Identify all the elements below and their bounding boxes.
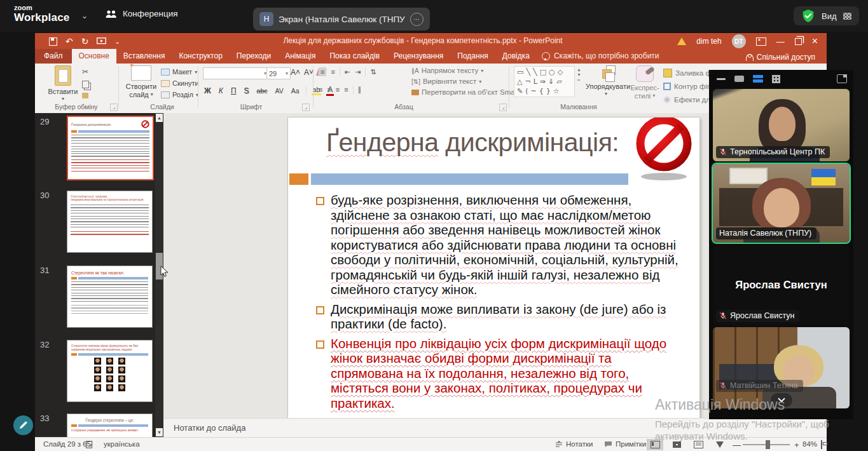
thumbnail-slide-29[interactable]: Ґендерна дискримінація: [67,116,154,180]
qat-customize-icon[interactable]: ⌄ [114,38,120,45]
language-indicator[interactable]: українська [104,440,140,448]
paragraph-dialog-launcher[interactable]: ⌟ [499,104,507,111]
clipboard-dialog-launcher[interactable]: ⌟ [110,104,118,111]
tab-design[interactable]: Конструктор [172,49,229,64]
participant-video-1[interactable]: Тернопільський Центр ПК [713,89,850,161]
layout-button[interactable]: Макет▾ [161,68,199,76]
zoom-out-button[interactable]: — [733,440,741,450]
thumbnail-slide-31[interactable]: Стереотипи як такі назагал: [67,266,153,328]
tab-review[interactable]: Рецензування [387,49,450,64]
columns-icon[interactable]: ∥ [358,86,362,94]
italic-button[interactable]: К [217,86,224,95]
grid-view-icon[interactable] [772,75,780,83]
tab-transitions[interactable]: Переходи [230,49,278,64]
meeting-tab[interactable]: Конференция [106,9,178,18]
slide-sorter-view-button[interactable] [668,439,685,450]
participant-video-4[interactable]: Матвійшин Тетяна [713,327,850,408]
view-controls[interactable]: Вид [794,6,859,25]
tab-slideshow[interactable]: Показ слайдів [322,49,387,64]
copy-icon[interactable] [82,81,89,88]
quick-styles-button[interactable]: Експрес- стилі▾ [629,65,661,100]
zoom-level[interactable]: 84% [803,440,817,448]
numbering-button[interactable]: ≡ [331,68,334,76]
format-painter-icon[interactable] [82,93,88,98]
underline-button[interactable]: П [230,86,238,95]
start-slideshow-icon[interactable] [97,37,106,45]
spellcheck-icon[interactable] [86,441,94,450]
increase-indent-icon[interactable]: ⇥ [355,68,361,76]
bullets-button[interactable]: ≡ [319,67,326,76]
change-case-button[interactable]: Aa [290,87,301,95]
notes-pane[interactable]: Нотатки до слайда [163,418,827,437]
undo-icon[interactable]: ↶ [65,36,73,46]
shapes-scroll-down-icon[interactable]: ▼ [577,72,581,77]
character-spacing-button[interactable]: AV [274,87,285,95]
share-button[interactable]: Спільний доступ [746,53,815,62]
tab-home[interactable]: Основне [72,49,116,64]
notes-toggle[interactable]: Нотатки [555,440,593,448]
participant-video-2[interactable]: Наталія Савелюк (ТНПУ) [713,164,850,243]
collapse-videos-button[interactable] [771,393,792,407]
font-dialog-launcher[interactable]: ⌟ [302,104,310,111]
participant-tile-3[interactable]: Ярослав Свистун Ярослав Свистун [713,245,850,325]
shrink-font-button[interactable]: A˅ [304,68,313,77]
thumbnail-slide-33[interactable]: Ґендерні стереотипи – це: о соціальні уп… [67,414,153,438]
thumbnail-slide-30[interactable]: Спостерігається, зокрема, гендерна верти… [67,191,153,253]
tab-insert[interactable]: Вставлення [116,49,172,64]
reading-view-button[interactable] [690,439,706,450]
slideshow-view-button[interactable] [712,439,728,450]
line-spacing-icon[interactable]: ⇅ [370,68,376,76]
minimize-button[interactable]: — [776,37,785,46]
zoom-slider[interactable] [743,444,790,445]
current-slide[interactable]: Ґендерна дискримінація: [288,118,699,418]
minimize-panel-icon[interactable] [717,78,726,80]
fit-to-window-button[interactable] [821,441,822,448]
slide-body[interactable]: будь-яке розрізнення, виключення чи обме… [316,192,684,410]
gallery-strip-view-icon[interactable] [753,75,763,83]
comments-toggle[interactable]: Примітки [604,440,646,448]
more-options-icon[interactable]: ⋯ [410,13,424,26]
shapes-scroll-up-icon[interactable]: ▲ [577,67,581,72]
strikethrough-button[interactable]: abc [256,87,269,95]
decrease-indent-icon[interactable]: ⇤ [345,68,350,76]
align-center-icon[interactable]: ≡ [327,86,331,93]
arrange-button[interactable]: Упорядкувати ▾ [586,65,626,97]
account-name[interactable]: dim teh [696,37,721,46]
scroll-up-icon[interactable]: ▲ [156,114,163,122]
shared-screen-tab[interactable]: Н Экран (Наталія Савелюк (ТНПУ ⋯ [253,8,430,30]
font-size-combo[interactable]: 29▾ [266,67,291,79]
tell-me-search[interactable]: Скажіть, що потрібно зробити [537,49,665,64]
justify-icon[interactable]: ≡ [344,86,348,93]
paste-button[interactable]: Вставити ▾ [46,65,79,102]
shapes-more-icon[interactable]: ≂ [577,77,581,82]
normal-view-button[interactable] [647,439,663,450]
new-slide-button[interactable]: Створити слайд▾ [123,65,160,98]
reset-button[interactable]: Скинути [161,79,199,87]
chevron-down-icon[interactable]: ⌄ [81,11,88,20]
account-avatar[interactable]: DT [732,34,746,48]
thumbnail-slide-32[interactable]: Стереотипи значною мірою функціонують на… [67,340,153,402]
grow-font-button[interactable]: A˄ [291,68,300,77]
align-left-icon[interactable]: ≡ [319,86,322,93]
view-button[interactable]: Вид [822,11,837,21]
tab-animations[interactable]: Анімація [278,49,322,64]
ribbon-display-options-icon[interactable] [756,37,766,46]
redo-icon[interactable]: ↻ [81,36,89,46]
shapes-gallery[interactable]: ▭╲╲□○◇ △¬L⇒⇓▱ ✎(~{}☆ [514,66,575,97]
bold-button[interactable]: Ж [203,86,212,95]
zoom-in-button[interactable]: + [794,440,799,450]
slide-title[interactable]: Ґендерна дискримінація: [326,128,619,158]
tab-view[interactable]: Подання [450,49,495,64]
popout-panel-icon[interactable] [837,74,847,83]
tab-file[interactable]: Файл [35,49,72,64]
cut-icon[interactable]: ✂ [82,67,89,76]
restore-button[interactable] [795,38,802,45]
section-button[interactable]: Розділ▾ [161,91,199,98]
scroll-down-icon[interactable]: ▼ [156,428,163,436]
zoom-slider-thumb[interactable] [766,440,770,449]
text-shadow-button[interactable]: S [243,86,251,95]
annotation-pencil-button[interactable] [13,415,33,435]
font-name-combo[interactable]: ▾ [203,67,269,79]
align-right-icon[interactable]: ≡ [336,86,340,93]
close-button[interactable]: × [812,36,818,47]
